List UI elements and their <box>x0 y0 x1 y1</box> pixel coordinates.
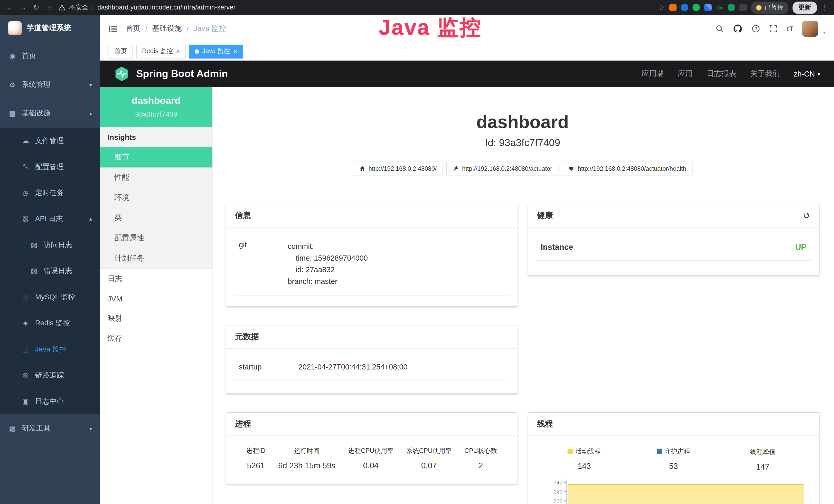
process-stats-row: 进程ID 5261 运行时间 6d 23h 15m 59s <box>235 444 509 475</box>
extension-icon-4[interactable] <box>704 4 712 11</box>
paused-badge[interactable]: 已暂停 <box>751 1 788 14</box>
warning-icon <box>59 4 66 11</box>
sidebar-item-scheduled-tasks[interactable]: ◷ 定时任务 <box>0 180 100 206</box>
sidebar-item-log-center[interactable]: ▣ 日志中心 <box>0 388 100 414</box>
sidebar-item-dev-tools[interactable]: ▩ 研发工具 ▾ <box>0 414 100 443</box>
back-icon[interactable]: ← <box>5 3 14 12</box>
extension-icon-7[interactable] <box>739 4 747 11</box>
spring-boot-admin-logo <box>114 66 130 82</box>
sba-nav-wallboard[interactable]: 应用墙 <box>642 69 664 78</box>
sba-brand: Spring Boot Admin <box>136 68 228 80</box>
extension-icon-3[interactable] <box>693 4 700 11</box>
extension-icon-6[interactable] <box>728 4 735 11</box>
tab-redis-monitor[interactable]: Redis 监控 × <box>136 44 186 58</box>
health-url-link[interactable]: http://192.168.0.2:48080/actuator/health <box>562 162 693 176</box>
log-icon: ▧ <box>21 215 30 223</box>
user-avatar[interactable] <box>803 21 818 37</box>
sidebar-item-trace[interactable]: ◎ 链路追踪 <box>0 362 100 388</box>
chevron-down-icon: ▾ <box>89 426 92 432</box>
close-icon[interactable]: × <box>233 48 237 54</box>
extension-icon-1[interactable] <box>669 4 677 11</box>
sidebar-item-file-management[interactable]: ☁ 文件管理 <box>0 128 100 154</box>
sidebar-item-mysql-monitor[interactable]: ▦ MySQL 监控 <box>0 284 100 310</box>
browser-menu-icon[interactable]: ⋮ <box>821 3 829 11</box>
sidebar-item-system-management[interactable]: ⚙ 系统管理 ▾ <box>0 70 100 99</box>
sba-item-jvm[interactable]: JVM <box>100 289 212 308</box>
sidebar-item-home[interactable]: ◉ 首页 <box>0 42 100 70</box>
sba-nav-about[interactable]: 关于我们 <box>750 69 780 78</box>
extension-icon-2[interactable] <box>681 4 688 11</box>
breadcrumb-current: Java 监控 <box>193 24 226 33</box>
update-button[interactable]: 更新 <box>792 1 817 14</box>
address-bar[interactable]: 不安全 | dashboard.yudao.iocoder.cn/infra/a… <box>59 3 236 12</box>
sidebar-item-api-logs[interactable]: ▧ API 日志 ▴ <box>0 206 100 232</box>
fullscreen-icon[interactable] <box>769 24 778 33</box>
metadata-card: 元数据 startup 2021-04-27T00:44:31.254+08:0… <box>226 325 517 393</box>
instance-header[interactable]: dashboard 93a3fc7f7409 <box>100 87 212 127</box>
breadcrumb-home[interactable]: 首页 <box>126 24 140 33</box>
forward-icon[interactable]: → <box>19 3 27 12</box>
sba-item-scheduled-tasks[interactable]: 计划任务 <box>100 248 212 269</box>
process-stat: CPU核心数 2 <box>464 446 497 470</box>
font-size-icon[interactable]: tT <box>787 25 793 32</box>
screen: ← → ↻ ⌂ 不安全 | dashboard.yudao.iocoder.cn… <box>0 0 834 504</box>
cloud-icon: ☁ <box>21 137 30 144</box>
sidebar-item-java-monitor[interactable]: ▥ Java 监控 <box>0 336 100 362</box>
sba-item-logs[interactable]: 日志 <box>100 269 212 289</box>
help-icon[interactable]: ? <box>751 24 760 33</box>
chevron-down-icon: ▾ <box>817 71 820 77</box>
tab-bar: 首页 Redis 监控 × Java 监控 × <box>100 43 834 61</box>
sba-item-config-props[interactable]: 配置属性 <box>100 228 212 248</box>
app-logo-row[interactable]: 芋道管理系统 <box>0 15 100 42</box>
github-icon[interactable] <box>733 24 743 33</box>
breadcrumb: 首页 / 基础设施 / Java 监控 <box>126 24 226 33</box>
sidebar-toggle-icon[interactable] <box>108 24 117 33</box>
trace-icon: ◎ <box>21 371 30 379</box>
chevron-down-icon: ▾ <box>89 82 92 88</box>
sba-item-details[interactable]: 细节 <box>100 147 212 168</box>
service-url-link[interactable]: http://192.168.0.2:48080/ <box>353 162 443 176</box>
history-icon[interactable]: ↺ <box>803 210 810 221</box>
sidebar-item-config-management[interactable]: ✎ 配置管理 <box>0 154 100 180</box>
sba-sidebar: dashboard 93a3fc7f7409 Insights 细节 性能 环境… <box>100 87 213 504</box>
sidebar-item-error-logs[interactable]: ▨ 错误日志 <box>0 258 100 284</box>
page-subtitle: Id: 93a3fc7f7409 <box>226 137 819 149</box>
breadcrumb-infrastructure[interactable]: 基础设施 <box>152 24 182 33</box>
tab-java-monitor[interactable]: Java 监控 × <box>189 44 243 58</box>
reload-icon[interactable]: ↻ <box>32 3 40 12</box>
sidebar-item-infrastructure[interactable]: ▤ 基础设施 ▴ <box>0 99 100 128</box>
sba-language-select[interactable]: zh-CN ▾ <box>794 70 820 78</box>
sba-item-mappings[interactable]: 映射 <box>100 308 212 329</box>
security-label: 不安全 <box>69 3 88 12</box>
legend-peak-threads: 线程峰值 147 <box>718 446 808 471</box>
monitor-icon: ▥ <box>21 345 30 353</box>
search-icon[interactable] <box>716 24 724 33</box>
url-text: dashboard.yudao.iocoder.cn/infra/admin-s… <box>97 4 236 11</box>
instance-label: Instance <box>541 243 573 251</box>
bookmark-star-icon[interactable]: ☆ <box>659 3 665 11</box>
sba-item-classes[interactable]: 类 <box>100 208 212 228</box>
home-icon[interactable]: ⌂ <box>45 3 54 12</box>
close-icon[interactable]: × <box>176 48 180 54</box>
database-icon: ▦ <box>21 293 30 301</box>
clock-icon: ◷ <box>21 189 30 197</box>
app-main: 首页 / 基础设施 / Java 监控 ? <box>100 15 834 504</box>
caret-down-icon: ▾ <box>823 30 825 37</box>
sidebar-item-redis-monitor[interactable]: ◈ Redis 监控 <box>0 310 100 336</box>
sba-nav-applications[interactable]: 应用 <box>678 69 693 78</box>
document-icon: ▨ <box>30 267 38 275</box>
edit-icon: ✎ <box>21 163 30 171</box>
threads-chart: 140 120 100 <box>536 480 810 504</box>
sidebar-item-access-logs[interactable]: ▨ 访问日志 <box>0 232 100 258</box>
extension-icon-5[interactable]: on <box>716 4 723 11</box>
sba-item-metrics[interactable]: 性能 <box>100 167 212 188</box>
tab-home[interactable]: 首页 <box>108 44 133 58</box>
instance-links: http://192.168.0.2:48080/ http://192.168… <box>226 162 819 176</box>
app-sidebar: 芋道管理系统 ◉ 首页 ⚙ 系统管理 ▾ ▤ 基础设施 ▴ <box>0 15 100 504</box>
sba-item-caches[interactable]: 缓存 <box>100 329 212 349</box>
startup-value: 2021-04-27T00:44:31.254+08:00 <box>299 363 408 371</box>
sba-nav-journal[interactable]: 日志报表 <box>707 69 737 78</box>
actuator-url-link[interactable]: http://192.168.0.2:48080/actuator <box>446 162 559 176</box>
sba-item-environment[interactable]: 环境 <box>100 188 212 208</box>
process-card-title: 进程 <box>226 413 517 436</box>
